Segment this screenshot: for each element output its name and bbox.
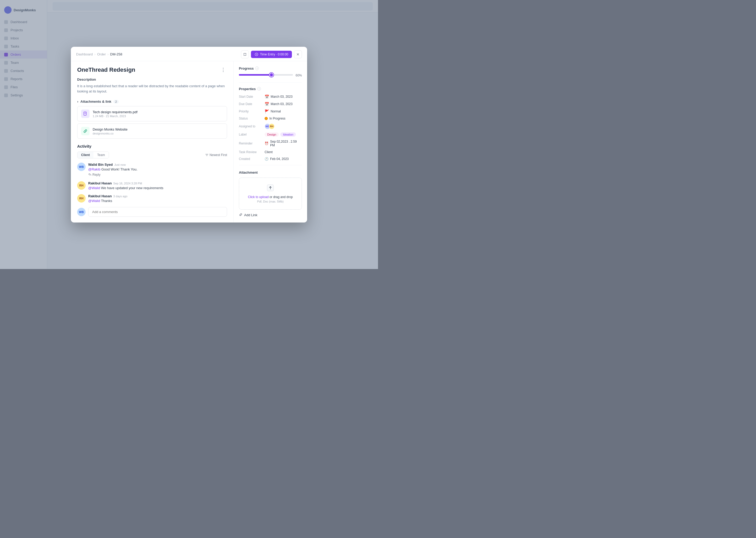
mention-3: @Walid xyxy=(88,199,100,203)
attachment-file-name: Tech design requirements.pdf xyxy=(93,110,138,114)
avatar-walid: WB xyxy=(77,163,86,171)
avatar-current-user: WB xyxy=(77,208,86,216)
chain-link-icon xyxy=(239,213,243,217)
attachment-file-card: Tech design requirements.pdf 1.24 MB · 2… xyxy=(77,106,227,121)
modal-header: Dashboard › Order › DM-258 Time Entry · … xyxy=(71,47,307,61)
attachment-file-info: Tech design requirements.pdf 1.24 MB · 2… xyxy=(93,110,138,118)
property-val-label[interactable]: Design Ideation xyxy=(264,133,302,136)
tab-team[interactable]: Team xyxy=(93,152,109,158)
progress-bar-container[interactable] xyxy=(239,74,293,76)
property-val-status[interactable]: In Progress xyxy=(264,117,302,120)
attachments-label: Attachments & link xyxy=(80,100,111,103)
mention-2: @Walid xyxy=(88,186,100,190)
description-label: Description xyxy=(77,78,227,81)
label-ideation: Ideation xyxy=(280,133,296,136)
tab-client[interactable]: Client xyxy=(77,152,93,158)
attachment-upload-section: Attachment Click to upload or drag and d… xyxy=(239,171,302,217)
attachments-toggle[interactable]: › Attachments & link 2 xyxy=(77,100,227,103)
clock-icon-created: 🕐 xyxy=(264,157,268,161)
close-button[interactable]: ✕ xyxy=(294,50,302,58)
progress-info-icon[interactable]: i xyxy=(255,67,259,70)
property-val-task-review[interactable]: Client xyxy=(264,150,302,154)
progress-thumb xyxy=(269,73,273,77)
breadcrumb-current: DM-258 xyxy=(110,52,122,56)
expand-button[interactable] xyxy=(241,50,249,58)
avatar-assigned-2: RH xyxy=(269,124,275,129)
avatar-group-assigned: WB RH xyxy=(264,124,273,129)
property-row-due-date: Due Date 📅 March 03, 2023 xyxy=(239,102,302,106)
property-val-reminder[interactable]: ⏰ Sep 02,2023 . 2.59 PM xyxy=(264,140,302,147)
comment-text-3: @Walid Thanks xyxy=(88,199,127,203)
file-icon xyxy=(81,110,89,118)
property-val-priority[interactable]: 🚩 Normal xyxy=(264,109,302,114)
task-modal: Dashboard › Order › DM-258 Time Entry · … xyxy=(71,47,307,223)
property-key-status: Status xyxy=(239,117,262,120)
attachments-count: 2 xyxy=(114,100,118,103)
property-val-assigned[interactable]: WB RH xyxy=(264,124,302,129)
attachment-link-card: Design Monks Website designmonks.co xyxy=(77,124,227,139)
comment-input-row: WB xyxy=(77,207,227,217)
more-options-button[interactable]: ⋮ xyxy=(219,67,227,73)
property-key-assigned: Assigned to xyxy=(239,125,262,128)
breadcrumb-sep-1: › xyxy=(95,52,96,56)
sort-button[interactable]: Newest First xyxy=(205,153,227,157)
property-row-assigned: Assigned to WB RH xyxy=(239,124,302,129)
attachment-link-meta: designmonks.co xyxy=(93,132,127,135)
attachment-link-info: Design Monks Website designmonks.co xyxy=(93,128,127,135)
comment-input[interactable] xyxy=(88,207,227,217)
task-title: OneThread Redesign xyxy=(77,67,219,73)
upload-suffix: or drag and drop xyxy=(269,195,293,199)
property-key-reminder: Reminder xyxy=(239,141,262,145)
divider-2 xyxy=(239,165,302,165)
comment-row: WB Walid Bin Syed Just now @Rakib Good W… xyxy=(77,163,227,177)
comment-row-3: RH Rakibul Hasan 3 days ago @Walid Thank… xyxy=(77,194,227,203)
upload-link-text[interactable]: Click to upload xyxy=(248,195,269,199)
properties-header: Properties i xyxy=(239,87,302,91)
status-dot xyxy=(264,117,268,120)
upload-text: Click to upload or drag and drop xyxy=(243,195,298,199)
attachment-link-name: Design Monks Website xyxy=(93,128,127,131)
upload-hint: Pdf, Doc (max. 5Mb) xyxy=(243,200,298,203)
activity-tabs-row: Client Team Newest First xyxy=(77,152,227,158)
property-key-label: Label xyxy=(239,133,262,136)
comment-author-1: Walid Bin Syed xyxy=(88,163,113,167)
comment-header-3: Rakibul Hasan 3 days ago xyxy=(88,194,127,198)
comment-author-2: Rakibul Hasan xyxy=(88,181,112,185)
property-row-start-date: Start Date 📅 March 03, 2023 xyxy=(239,94,302,99)
add-link-label: Add Link xyxy=(244,213,258,217)
properties-info-icon[interactable]: i xyxy=(257,87,261,91)
comment-content-2: Rakibul Hasan Sep 16, 2024 3:28 PM @Wali… xyxy=(88,181,163,190)
comment-header-2: Rakibul Hasan Sep 16, 2024 3:28 PM xyxy=(88,181,163,185)
progress-section: Progress i 60% xyxy=(239,67,302,77)
progress-label: Progress xyxy=(239,67,254,71)
avatar-rakibul-1: RH xyxy=(77,181,86,190)
comment-text-2: @Walid We have updated your new requirem… xyxy=(88,186,163,190)
activity-tab-group: Client Team xyxy=(77,152,109,158)
reply-button-1[interactable]: Reply xyxy=(88,172,101,177)
modal-actions: Time Entry · 0:00:00 ✕ xyxy=(241,50,302,58)
property-val-created[interactable]: 🕐 Feb 04, 2023 xyxy=(264,157,302,161)
upload-box[interactable]: Click to upload or drag and drop Pdf, Do… xyxy=(239,178,302,210)
sort-label: Newest First xyxy=(210,153,227,157)
time-entry-button[interactable]: Time Entry · 0:00:00 xyxy=(251,51,292,58)
activity-section: Activity Client Team Newest First xyxy=(77,144,227,217)
progress-row: 60% xyxy=(239,74,302,77)
add-link-button[interactable]: Add Link xyxy=(239,213,258,217)
property-row-label: Label Design Ideation xyxy=(239,133,302,136)
avatar-rakibul-2: RH xyxy=(77,194,86,202)
property-val-start-date[interactable]: 📅 March 03, 2023 xyxy=(264,94,302,99)
breadcrumb-dashboard[interactable]: Dashboard xyxy=(76,52,93,56)
progress-bar-wrap xyxy=(239,74,293,77)
upload-icon xyxy=(243,184,298,193)
mention-1: @Rakib xyxy=(88,167,100,171)
comment-time-3: 3 days ago xyxy=(114,195,127,198)
modal-overlay: Dashboard › Order › DM-258 Time Entry · … xyxy=(0,0,378,269)
description-text: It is a long established fact that a rea… xyxy=(77,83,227,94)
breadcrumb-sep-2: › xyxy=(107,52,109,56)
clock-icon-reminder: ⏰ xyxy=(264,141,268,145)
task-title-row: OneThread Redesign ⋮ xyxy=(77,67,227,73)
property-val-due-date[interactable]: 📅 March 03, 2023 xyxy=(264,102,302,106)
calendar-icon-due: 📅 xyxy=(264,102,269,106)
breadcrumb-order[interactable]: Order xyxy=(97,52,106,56)
comment-time-1: Just now xyxy=(114,163,125,166)
